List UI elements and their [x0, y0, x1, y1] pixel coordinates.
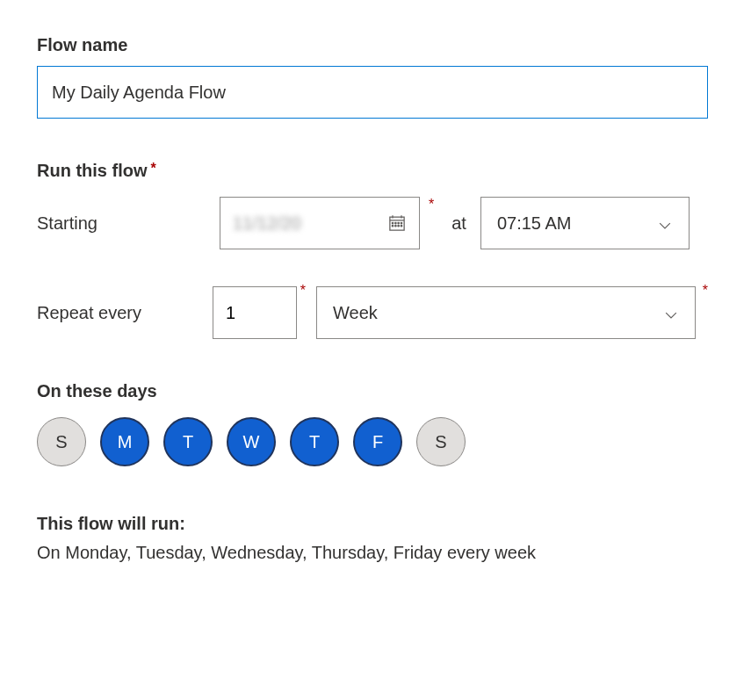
svg-point-8: [392, 225, 394, 227]
required-indicator: *: [429, 197, 434, 213]
flow-name-label: Flow name: [37, 35, 716, 55]
calendar-icon: [387, 213, 407, 233]
repeat-unit-value: Week: [333, 303, 378, 323]
start-time-value: 07:15 AM: [497, 213, 572, 234]
run-this-flow-text: Run this flow: [37, 161, 148, 180]
run-this-flow-label: Run this flow*: [37, 161, 716, 181]
days-row: S M T W T F S: [37, 417, 716, 466]
flow-name-input[interactable]: [37, 66, 708, 119]
svg-point-10: [398, 225, 400, 227]
starting-label: Starting: [37, 213, 211, 234]
svg-point-5: [395, 222, 397, 224]
on-these-days-label: On these days: [37, 381, 716, 401]
date-picker-wrap: 11/12/20: [220, 197, 420, 249]
day-toggle-mon[interactable]: M: [100, 417, 149, 466]
svg-point-4: [392, 222, 394, 224]
day-toggle-sun[interactable]: S: [37, 417, 86, 466]
day-toggle-tue[interactable]: T: [163, 417, 213, 466]
start-date-picker[interactable]: 11/12/20: [220, 197, 420, 249]
schedule-section: Run this flow* Starting 11/12/20: [37, 161, 716, 563]
svg-point-6: [398, 222, 400, 224]
svg-point-9: [395, 225, 397, 227]
required-indicator: *: [703, 283, 708, 299]
at-label: at: [451, 213, 466, 234]
starting-row: Starting 11/12/20: [37, 197, 716, 249]
repeat-row: Repeat every * Week *: [37, 286, 716, 339]
chevron-down-icon: [659, 216, 673, 230]
flow-name-section: Flow name: [37, 35, 716, 119]
repeat-interval-input[interactable]: [213, 286, 297, 339]
repeat-unit-dropdown[interactable]: Week: [316, 286, 696, 339]
interval-wrap: *: [213, 286, 297, 339]
start-time-dropdown[interactable]: 07:15 AM: [480, 197, 690, 249]
required-indicator: *: [151, 161, 156, 176]
svg-point-7: [401, 222, 402, 224]
repeat-every-label: Repeat every: [37, 303, 213, 323]
day-toggle-fri[interactable]: F: [353, 417, 402, 466]
start-date-value: 11/12/20: [233, 213, 301, 234]
chevron-down-icon: [665, 306, 679, 320]
summary-text: On Monday, Tuesday, Wednesday, Thursday,…: [37, 543, 716, 563]
summary-label: This flow will run:: [37, 514, 716, 534]
day-toggle-thu[interactable]: T: [290, 417, 339, 466]
day-toggle-sat[interactable]: S: [416, 417, 466, 466]
day-toggle-wed[interactable]: W: [227, 417, 276, 466]
required-indicator: *: [300, 283, 306, 299]
unit-wrap: Week *: [316, 286, 696, 339]
svg-point-11: [401, 225, 402, 227]
